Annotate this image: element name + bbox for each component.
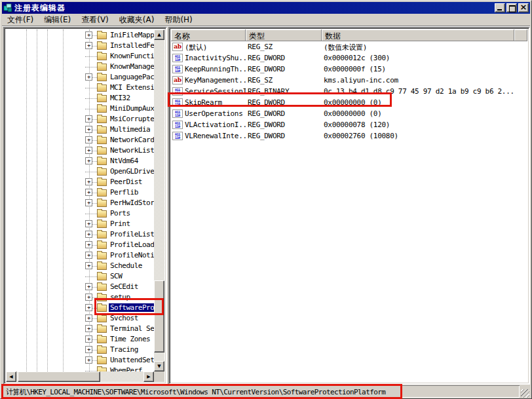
registry-value-row[interactable]: InactivityShu...REG_DWORD0x0000012c (300…	[171, 52, 527, 64]
tree-item[interactable]: MiniDumpAuxi	[6, 104, 154, 114]
tree-item-label: Schedule	[109, 261, 143, 270]
maximize-icon[interactable]	[506, 3, 517, 12]
tree-item[interactable]: +setup	[6, 292, 154, 303]
tree-item[interactable]: KnownFunctio	[6, 51, 154, 62]
tree-vertical-scrollbar[interactable]	[154, 29, 164, 371]
vertical-scroll-thumb[interactable]	[154, 280, 164, 352]
tree-item[interactable]: +Print	[6, 219, 154, 229]
list-rows[interactable]: (默认)REG_SZ(数值未设置)InactivityShu...REG_DWO…	[171, 41, 527, 382]
minimize-icon[interactable]	[495, 3, 505, 12]
registry-value-row[interactable]: KeyManagement...REG_SZkms.aliyun-inc.com	[171, 75, 527, 86]
tree-item[interactable]: +MsiCorrupted	[6, 114, 154, 124]
expand-plus-icon[interactable]: +	[85, 189, 92, 196]
expand-plus-icon[interactable]: +	[85, 346, 92, 353]
expand-plus-icon[interactable]: +	[85, 199, 92, 206]
menu-item-1[interactable]: 文件(F)	[2, 13, 39, 27]
value-name: KeyManagement...	[185, 76, 246, 85]
tree-item[interactable]: +LanguagePack	[6, 72, 154, 83]
tree-item[interactable]: +InstalledFe	[6, 41, 154, 51]
tree-item[interactable]: +ProfileNotif	[6, 250, 154, 261]
expand-plus-icon[interactable]: +	[85, 126, 92, 133]
folder-icon	[97, 126, 107, 134]
expand-plus-icon[interactable]: +	[85, 42, 92, 49]
expand-plus-icon[interactable]: +	[85, 220, 92, 227]
tree-item-label: NtVdm64	[109, 157, 140, 165]
tree-panel: +IniFileMappi+InstalledFeKnownFunctioKno…	[3, 27, 167, 385]
tree-item[interactable]: +ProfileList	[6, 229, 154, 240]
expand-plus-icon[interactable]: +	[85, 178, 92, 185]
column-header[interactable]: 名称	[171, 29, 246, 41]
tree-connector	[85, 88, 97, 88]
tree-item[interactable]: OpenGLDriver	[6, 166, 154, 177]
registry-value-row[interactable]: (默认)REG_SZ(数值未设置)	[171, 41, 527, 52]
expand-plus-icon[interactable]: +	[85, 73, 92, 81]
registry-value-row[interactable]: VLActivationI...REG_DWORD0x00000078 (120…	[171, 119, 527, 130]
value-data: 0x00000000 (0)	[324, 109, 525, 118]
tree-item[interactable]: +Perflib	[6, 187, 154, 198]
tree-item-label: Perflib	[109, 188, 140, 197]
expand-plus-icon[interactable]: +	[85, 252, 92, 259]
scroll-left-icon[interactable]	[6, 371, 16, 382]
menu-item-5[interactable]: 帮助(H)	[159, 13, 197, 27]
tree-item[interactable]: +SeCEdit	[6, 282, 154, 292]
tree-item[interactable]: +Schedule	[6, 261, 154, 271]
folder-icon	[97, 85, 107, 92]
tree-item[interactable]: +Terminal Ser	[6, 324, 154, 334]
tree-item[interactable]: SCW	[6, 271, 154, 282]
menu-item-3[interactable]: 查看(V)	[76, 13, 114, 27]
tree-item[interactable]: +ProfileLoade	[6, 240, 154, 250]
registry-value-row[interactable]: ServiceSessionIdREG_BINARY0c 13 b4 d1 d8…	[171, 86, 527, 97]
tree-item-label: setup	[109, 293, 132, 301]
title-bar[interactable]: 注册表编辑器	[2, 2, 530, 14]
tree-item[interactable]: +PerHwIdStor	[6, 198, 154, 208]
expand-plus-icon[interactable]: +	[85, 115, 92, 123]
menu-item-4[interactable]: 收藏夹(A)	[114, 13, 160, 27]
resize-grip-icon[interactable]	[521, 389, 529, 398]
expand-plus-icon[interactable]: +	[85, 147, 92, 154]
tree-item[interactable]: Ports	[6, 208, 154, 219]
tree-item[interactable]: +Tracing	[6, 345, 154, 355]
tree-item[interactable]: +PeerDist	[6, 177, 154, 187]
tree-item[interactable]: MCI32	[6, 93, 154, 104]
expand-plus-icon[interactable]: +	[85, 262, 92, 269]
close-icon[interactable]	[518, 3, 529, 12]
expand-plus-icon[interactable]: +	[85, 136, 92, 143]
column-header[interactable]: 类型	[246, 29, 322, 41]
expand-plus-icon[interactable]: +	[85, 335, 92, 343]
expand-plus-icon[interactable]: +	[85, 283, 92, 290]
expand-plus-icon[interactable]: +	[85, 294, 92, 301]
tree-item[interactable]: +Time Zones	[6, 334, 154, 345]
registry-value-row[interactable]: KeepRunningTh...REG_DWORD0x0000000f (15)	[171, 64, 527, 75]
horizontal-scroll-thumb[interactable]	[18, 371, 100, 382]
expand-plus-icon[interactable]: +	[85, 304, 92, 311]
scroll-down-icon[interactable]	[154, 361, 164, 371]
registry-value-row[interactable]: UserOperationsREG_DWORD0x00000000 (0)	[171, 108, 527, 119]
registry-tree[interactable]: +IniFileMappi+InstalledFeKnownFunctioKno…	[6, 29, 154, 371]
tree-item[interactable]: +IniFileMappi	[6, 30, 154, 41]
expand-plus-icon[interactable]: +	[85, 325, 92, 332]
tree-item[interactable]: MCI Extensio	[6, 83, 154, 93]
registry-value-row[interactable]: VLRenewalInte...REG_DWORD0x00002760 (100…	[171, 130, 527, 142]
expand-plus-icon[interactable]: +	[85, 356, 92, 364]
tree-horizontal-scrollbar[interactable]	[6, 371, 154, 382]
expand-plus-icon[interactable]: +	[85, 314, 92, 322]
tree-item[interactable]: WbemPerf	[6, 366, 154, 371]
column-header[interactable]: 数据	[322, 29, 514, 41]
tree-item[interactable]: +NetworkCards	[6, 135, 154, 145]
registry-value-row[interactable]: SkipRearmREG_DWORD0x00000000 (0)	[171, 97, 527, 108]
value-name: VLActivationI...	[185, 121, 246, 129]
tree-item[interactable]: +NtVdm64	[6, 156, 154, 166]
tree-item[interactable]: +Multimedia	[6, 124, 154, 135]
expand-plus-icon[interactable]: +	[85, 31, 92, 39]
tree-item[interactable]: +UnattendSett	[6, 355, 154, 366]
scroll-up-icon[interactable]	[154, 29, 164, 40]
expand-plus-icon[interactable]: +	[85, 241, 92, 248]
expand-plus-icon[interactable]: +	[85, 157, 92, 164]
menu-item-2[interactable]: 编辑(E)	[39, 13, 76, 27]
expand-plus-icon[interactable]: +	[85, 231, 92, 238]
scroll-right-icon[interactable]	[143, 371, 154, 382]
tree-item[interactable]: KnownManaged	[6, 62, 154, 72]
tree-item[interactable]: +Svchost	[6, 313, 154, 324]
tree-item[interactable]: +NetworkList	[6, 145, 154, 156]
tree-item[interactable]: +SoftwareProt	[6, 303, 154, 313]
